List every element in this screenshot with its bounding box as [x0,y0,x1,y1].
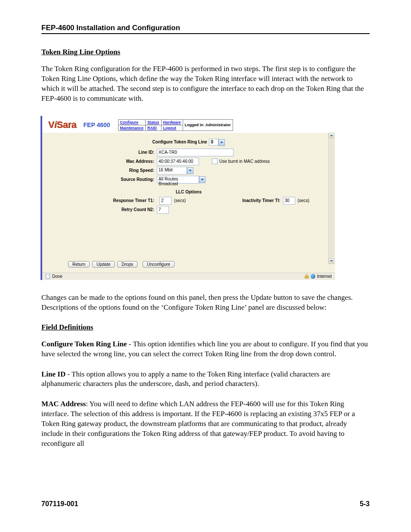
fd1-term: Configure Token Ring Line [41,340,127,348]
panel-title: Configure Token Ring Line [153,140,207,144]
visara-logo: ViSara [48,119,77,131]
routing-label: Source Routing: [68,177,157,182]
config-body: Configure Token Ring Line 0 Line ID: Mac… [42,133,335,273]
ti-units: (secs) [298,198,309,203]
svg-marker-1 [330,260,333,262]
mac-input[interactable] [157,158,199,165]
fd3-term: MAC Address [41,400,86,408]
line-id-input[interactable] [157,149,234,156]
scrollbar[interactable] [328,133,334,264]
fd3-text: : You will need to define which LAN addr… [41,400,355,448]
lock-icon [305,274,309,279]
fd2-text: - This option allows you to apply a name… [41,370,330,388]
status-bar: Done Internet [42,273,335,280]
t1-label: Response Timer T1: [68,198,157,203]
svg-marker-4 [201,179,204,180]
fd-paragraph-3: MAC Address: You will need to define whi… [41,399,370,449]
ti-input[interactable] [283,197,295,205]
svg-marker-2 [220,142,223,143]
after-screenshot-paragraph: Changes can be made to the options found… [41,293,370,313]
fd2-term: Line ID [41,370,65,378]
n2-input[interactable] [157,206,169,214]
svg-rect-7 [305,276,308,278]
logged-in-label: Logged in: Administrator [183,119,233,131]
burnt-mac-label: Use burnt in MAC address [219,159,270,164]
doc-header: FEP-4600 Installation and Configuration [41,24,370,34]
burnt-mac-checkbox[interactable] [212,159,218,164]
routing-select[interactable]: All Routes Broadcast [157,176,199,184]
routing-dropdown-icon[interactable] [199,176,206,183]
embedded-screenshot: ViSara FEP 4600 Configure Status Hardwar… [40,116,335,280]
svg-rect-5 [46,274,50,279]
fep-logo-text: FEP 4600 [84,121,110,128]
speed-dropdown-icon[interactable] [187,167,193,174]
footer-left: 707119-001 [41,500,78,508]
speed-label: Ring Speed: [68,168,157,173]
svg-marker-0 [330,134,333,136]
speed-select[interactable]: 16 Mbit [157,167,187,174]
section-title-token-ring: Token Ring Line Options [41,48,370,56]
return-button[interactable]: Return [68,261,90,268]
line-id-label: Line ID: [68,150,157,155]
update-button[interactable]: Update [92,261,115,268]
nav-status[interactable]: Status [146,119,162,125]
mac-label: Mac Address: [68,159,157,164]
globe-icon [311,274,315,279]
nav-hardware[interactable]: Hardware [161,119,183,125]
page-icon [46,274,50,279]
line-select[interactable]: 0 [209,139,218,146]
scroll-up-icon[interactable] [329,133,334,138]
unconfigure-button[interactable]: Unconfigure [143,261,174,268]
footer-right: 5-3 [360,500,370,508]
status-done: Done [52,274,62,279]
fd-paragraph-2: Line ID - This option allows you to appl… [41,370,370,389]
nav-maintenance[interactable]: Maintenance [118,125,146,131]
nav-table: Configure Status Hardware Logged in: Adm… [118,119,233,131]
ti-label: Inactivity Timer TI: [243,198,280,203]
n2-label: Retry Count N2: [68,207,157,212]
nav-logout[interactable]: Logout [161,125,183,131]
app-header: ViSara FEP 4600 Configure Status Hardwar… [42,116,335,133]
t1-input[interactable] [159,197,171,205]
intro-paragraph: The Token Ring configuration for the FEP… [41,64,370,104]
scroll-down-icon[interactable] [329,258,334,264]
t1-units: (secs) [174,198,186,203]
line-select-dropdown-icon[interactable] [218,139,225,146]
nav-raid[interactable]: RAID [146,125,162,131]
status-zone: Internet [317,274,332,279]
field-definitions-heading: Field Definitions [41,323,370,332]
drops-button[interactable]: Drops [117,261,137,268]
llc-heading: LLC Options [68,190,309,194]
nav-configure[interactable]: Configure [118,119,146,125]
svg-marker-3 [189,170,192,171]
fd-paragraph-1: Configure Token Ring Line - This option … [41,339,370,359]
